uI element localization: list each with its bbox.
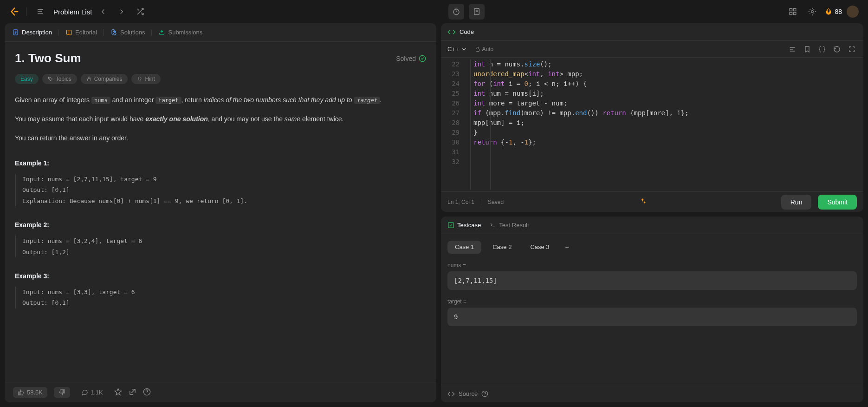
share-icon [129, 388, 136, 396]
svg-point-10 [49, 78, 50, 79]
svg-point-6 [811, 11, 814, 13]
topics-chip[interactable]: Topics [42, 74, 77, 84]
example-1-heading: Example 1: [15, 158, 426, 169]
code-header-label: Code [460, 28, 474, 35]
format-icon[interactable] [787, 44, 797, 54]
case-2-tab[interactable]: Case 2 [485, 241, 519, 254]
streak-counter[interactable]: 88 [824, 7, 842, 17]
desc-p2: You may assume that each input would hav… [15, 113, 426, 125]
problem-panel: Description Editorial Solutions Submissi… [5, 23, 436, 402]
problem-list-link[interactable]: Problem List [53, 8, 92, 16]
code-editor[interactable]: 2223242526272829303132 int n = nums.size… [441, 58, 863, 191]
thumbs-down-icon [58, 389, 65, 396]
dashboard-icon[interactable] [785, 4, 800, 19]
desc-p3: You can return the answer in any order. [15, 132, 426, 144]
desc-p1: Given an array of integers nums and an i… [15, 94, 426, 106]
code-panel: Code C++ Auto [441, 23, 863, 212]
case-3-tab[interactable]: Case 3 [523, 241, 557, 254]
lock-icon [475, 46, 480, 52]
notes-icon[interactable] [469, 4, 485, 20]
tab-test-result[interactable]: Test Result [489, 222, 529, 229]
code-icon [447, 28, 456, 36]
reset-icon[interactable] [832, 44, 842, 54]
braces-icon[interactable] [817, 44, 827, 54]
svg-rect-3 [794, 8, 796, 11]
code-lines: int n = nums.size(); unordered_map<int, … [473, 59, 863, 190]
solved-badge: Solved [396, 55, 426, 62]
topbar: Problem List 88 [0, 0, 868, 23]
cursor-position: Ln 1, Col 1 [447, 199, 474, 205]
terminal-icon [489, 222, 496, 229]
settings-icon[interactable] [805, 4, 820, 19]
dislike-button[interactable] [54, 387, 70, 398]
bookmark-icon[interactable] [802, 44, 812, 54]
tag-icon [48, 76, 53, 82]
list-icon[interactable] [33, 4, 48, 19]
code-icon [447, 390, 455, 398]
shuffle-icon[interactable] [133, 4, 148, 19]
example-2-heading: Example 2: [15, 219, 426, 231]
svg-rect-13 [476, 49, 479, 51]
problem-panel-tabs: Description Editorial Solutions Submissi… [5, 23, 436, 42]
tab-solutions[interactable]: Solutions [110, 27, 145, 38]
line-gutter: 2223242526272829303132 [441, 59, 464, 190]
fullscreen-icon[interactable] [847, 44, 857, 54]
nums-input[interactable]: [2,7,11,15] [447, 271, 857, 290]
svg-rect-2 [790, 8, 792, 11]
nums-label: nums = [447, 262, 857, 269]
problem-content: 1. Two Sum Solved Easy Topics Companies [5, 42, 436, 382]
tab-submissions[interactable]: Submissions [158, 27, 202, 38]
language-select[interactable]: C++ [447, 46, 467, 53]
problem-footer: 58.6K 1.1K [5, 382, 436, 402]
tab-testcase[interactable]: Testcase [447, 222, 481, 229]
comments-button[interactable]: 1.1K [77, 387, 108, 398]
source-label: Source [459, 390, 478, 397]
example-3-body: Input: nums = [3,3], target = 6 Output: … [15, 287, 426, 309]
difficulty-chip[interactable]: Easy [15, 74, 39, 84]
streak-count: 88 [835, 8, 842, 15]
help-button[interactable] [143, 388, 151, 397]
comment-icon [81, 389, 88, 396]
hint-chip[interactable]: Hint [131, 74, 160, 84]
saved-label: Saved [488, 199, 504, 205]
example-2-body: Input: nums = [3,2,4], target = 6 Output… [15, 236, 426, 257]
submit-button[interactable]: Submit [818, 195, 857, 210]
testcase-panel: Testcase Test Result Case 1 Case 2 Case … [441, 217, 863, 402]
svg-point-9 [419, 55, 425, 61]
target-label: target = [447, 298, 857, 305]
prev-problem-icon[interactable] [96, 4, 110, 19]
star-icon [114, 388, 122, 396]
timer-icon[interactable] [448, 4, 464, 20]
check-square-icon [447, 222, 454, 229]
check-circle-icon [419, 55, 426, 62]
bulb-icon [137, 76, 143, 82]
star-button[interactable] [114, 388, 122, 397]
lock-icon [86, 76, 92, 82]
target-input[interactable]: 9 [447, 308, 857, 326]
leetcode-logo-icon[interactable] [9, 7, 19, 17]
fire-icon [824, 7, 833, 17]
auto-label: Auto [475, 46, 494, 53]
run-button[interactable]: Run [781, 195, 812, 210]
tab-description[interactable]: Description [12, 27, 52, 38]
like-button[interactable]: 58.6K [13, 387, 47, 398]
add-case-button[interactable]: + [561, 241, 574, 254]
svg-rect-5 [794, 13, 796, 15]
svg-point-8 [114, 33, 116, 35]
sparkle-icon[interactable] [639, 197, 646, 206]
example-3-heading: Example 3: [15, 270, 426, 282]
thumbs-up-icon [18, 389, 25, 396]
companies-chip[interactable]: Companies [81, 74, 128, 84]
case-1-tab[interactable]: Case 1 [447, 241, 481, 254]
share-button[interactable] [129, 388, 136, 397]
svg-rect-11 [87, 79, 91, 81]
avatar[interactable] [847, 6, 859, 18]
chevron-down-icon [461, 46, 467, 53]
svg-rect-14 [448, 223, 453, 228]
tab-editorial[interactable]: Editorial [65, 27, 97, 38]
next-problem-icon[interactable] [114, 4, 129, 19]
help-icon[interactable] [481, 390, 488, 397]
example-1-body: Input: nums = [2,7,11,15], target = 9 Ou… [15, 174, 426, 206]
help-icon [143, 388, 151, 396]
problem-title: 1. Two Sum [15, 51, 81, 66]
